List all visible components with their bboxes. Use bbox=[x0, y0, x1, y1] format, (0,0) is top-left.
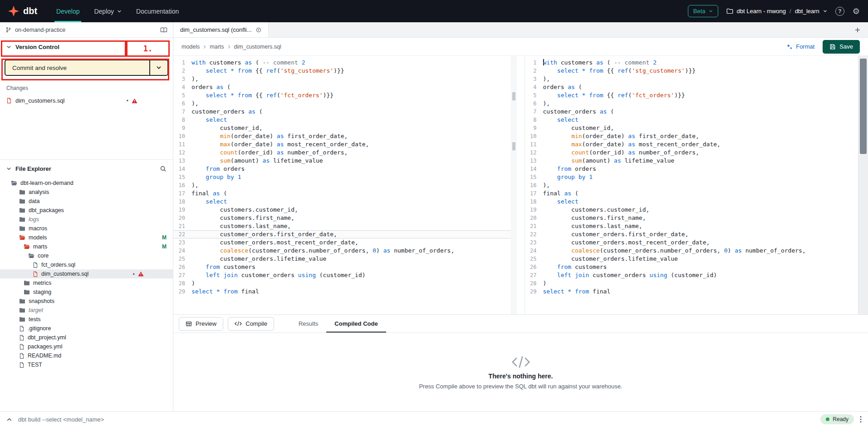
code-line-17[interactable]: 17final as ( bbox=[173, 189, 517, 198]
chevron-up-icon[interactable] bbox=[6, 417, 12, 422]
code-line-8[interactable]: 8 select bbox=[173, 116, 517, 124]
code-line-4[interactable]: 4orders as ( bbox=[525, 83, 868, 91]
tree-item-dbt-learn-on-demand[interactable]: dbt-learn-on-demand bbox=[0, 179, 173, 188]
code-line-16[interactable]: 16), bbox=[173, 181, 517, 189]
code-line-6[interactable]: 6), bbox=[525, 99, 868, 108]
commit-and-resolve-button[interactable]: Commit and resolve bbox=[5, 60, 168, 76]
code-line-13[interactable]: 13 sum(amount) as lifetime_value bbox=[173, 157, 517, 165]
code-line-25[interactable]: 25 customer_orders.lifetime_value bbox=[525, 255, 868, 263]
code-line-12[interactable]: 12 count(order_id) as number_of_orders, bbox=[173, 149, 517, 157]
tree-item-snapshots[interactable]: snapshots bbox=[0, 297, 173, 306]
dbt-logo-text[interactable]: dbt bbox=[23, 6, 37, 16]
kebab-menu-icon[interactable] bbox=[860, 416, 862, 423]
tab-dim-customers[interactable]: dim_customers.sql (confli... bbox=[173, 22, 269, 37]
tree-item-metrics[interactable]: metrics bbox=[0, 278, 173, 288]
code-line-16[interactable]: 16), bbox=[525, 181, 868, 189]
nav-develop[interactable]: Develop bbox=[49, 0, 87, 22]
changed-file-row[interactable]: dim_customers.sql • bbox=[6, 97, 167, 104]
code-line-28[interactable]: 28) bbox=[525, 279, 868, 288]
tree-item-core[interactable]: core bbox=[0, 251, 173, 260]
code-line-8[interactable]: 8 select bbox=[525, 116, 868, 124]
editor-right-scrollbar[interactable] bbox=[858, 56, 868, 314]
code-line-19[interactable]: 19 customers.customer_id, bbox=[525, 206, 868, 214]
code-line-20[interactable]: 20 customers.first_name, bbox=[525, 214, 868, 222]
format-button[interactable]: Format bbox=[786, 43, 814, 50]
code-line-1[interactable]: 1with customers as ( -- comment 2 bbox=[525, 59, 868, 67]
code-line-14[interactable]: 14 from orders bbox=[173, 165, 517, 173]
tree-item-dbt_packages[interactable]: dbt_packages bbox=[0, 206, 173, 215]
tab-compiled-code[interactable]: Compiled Code bbox=[326, 315, 386, 333]
tree-item-target[interactable]: target bbox=[0, 306, 173, 315]
code-line-26[interactable]: 26 from customers bbox=[525, 263, 868, 271]
code-line-29[interactable]: 29select * from final bbox=[525, 288, 868, 296]
editor-left-scrollbar[interactable] bbox=[511, 56, 517, 314]
commit-options-caret[interactable] bbox=[149, 60, 167, 75]
code-line-27[interactable]: 27 left join customer_orders using (cust… bbox=[525, 271, 868, 279]
tree-item-models[interactable]: modelsM bbox=[0, 233, 173, 242]
tree-item-.gitignore[interactable]: .gitignore bbox=[0, 324, 173, 333]
command-input[interactable]: dbt build --select <model_name> bbox=[18, 416, 104, 423]
code-line-20[interactable]: 20 customers.first_name, bbox=[173, 214, 517, 222]
editor-split-divider[interactable] bbox=[517, 56, 525, 314]
code-line-28[interactable]: 28) bbox=[173, 279, 517, 288]
code-line-14[interactable]: 14 from orders bbox=[525, 165, 868, 173]
code-line-13[interactable]: 13 sum(amount) as lifetime_value bbox=[525, 157, 868, 165]
account-switcher[interactable]: dbt Learn - mwong / dbt_learn bbox=[726, 8, 827, 15]
tree-item-macros[interactable]: macros bbox=[0, 224, 173, 233]
editor-left[interactable]: 1with customers as ( -- comment 22 selec… bbox=[173, 56, 517, 314]
code-line-25[interactable]: 25 customer_orders.lifetime_value bbox=[173, 255, 517, 263]
code-line-22[interactable]: 22 customer_orders.first_order_date, bbox=[525, 230, 868, 238]
tab-results[interactable]: Results bbox=[290, 315, 326, 333]
code-line-5[interactable]: 5 select * from {{ ref('fct_orders')}} bbox=[173, 91, 517, 99]
save-button[interactable]: Save bbox=[823, 40, 860, 54]
tree-item-logs[interactable]: logs bbox=[0, 215, 173, 224]
code-line-24[interactable]: 24 coalesce(customer_orders.number_of_or… bbox=[525, 247, 868, 255]
code-line-3[interactable]: 3), bbox=[525, 75, 868, 83]
code-line-2[interactable]: 2 select * from {{ ref('stg_customers')}… bbox=[173, 67, 517, 75]
preview-button[interactable]: Preview bbox=[179, 317, 223, 331]
code-line-9[interactable]: 9 customer_id, bbox=[525, 124, 868, 132]
code-line-17[interactable]: 17final as ( bbox=[525, 189, 868, 198]
editor-right[interactable]: 1with customers as ( -- comment 22 selec… bbox=[525, 56, 868, 314]
dbt-logo-icon[interactable] bbox=[8, 6, 19, 17]
tree-item-analysis[interactable]: analysis bbox=[0, 188, 173, 197]
tree-item-tests[interactable]: tests bbox=[0, 315, 173, 324]
code-line-27[interactable]: 27 left join customer_orders using (cust… bbox=[173, 271, 517, 279]
compile-button[interactable]: Compile bbox=[228, 317, 274, 331]
code-line-18[interactable]: 18 select bbox=[525, 198, 868, 206]
code-line-7[interactable]: 7customer_orders as ( bbox=[173, 108, 517, 116]
code-line-23[interactable]: 23 customer_orders.most_recent_order_dat… bbox=[173, 238, 517, 247]
tree-item-README.md[interactable]: README.md bbox=[0, 351, 173, 360]
nav-documentation[interactable]: Documentation bbox=[129, 0, 186, 22]
tab-conflict-icon[interactable] bbox=[256, 27, 261, 33]
breadcrumb-models[interactable]: models bbox=[181, 44, 200, 50]
code-line-12[interactable]: 12 count(order_id) as number_of_orders, bbox=[525, 149, 868, 157]
docs-book-icon[interactable] bbox=[160, 27, 167, 33]
code-line-24[interactable]: 24 coalesce(customer_orders.number_of_or… bbox=[173, 247, 517, 255]
code-line-18[interactable]: 18 select bbox=[173, 198, 517, 206]
code-line-3[interactable]: 3), bbox=[173, 75, 517, 83]
code-line-26[interactable]: 26 from customers bbox=[173, 263, 517, 271]
code-line-10[interactable]: 10 min(order_date) as first_order_date, bbox=[525, 132, 868, 140]
tree-item-marts[interactable]: martsM bbox=[0, 242, 173, 251]
tree-item-TEST[interactable]: TEST bbox=[0, 360, 173, 369]
settings-gear-icon[interactable]: ⚙ bbox=[853, 7, 860, 15]
code-line-23[interactable]: 23 customer_orders.most_recent_order_dat… bbox=[525, 238, 868, 247]
code-line-2[interactable]: 2 select * from {{ ref('stg_customers')}… bbox=[525, 67, 868, 75]
code-line-9[interactable]: 9 customer_id, bbox=[173, 124, 517, 132]
tree-item-dbt_project.yml[interactable]: dbt_project.yml bbox=[0, 333, 173, 342]
help-button[interactable]: ? bbox=[835, 7, 844, 16]
code-line-15[interactable]: 15 group by 1 bbox=[525, 173, 868, 181]
tree-item-dim_customers.sql[interactable]: dim_customers.sql• bbox=[0, 269, 173, 278]
code-line-5[interactable]: 5 select * from {{ ref('fct_orders')}} bbox=[525, 91, 868, 99]
code-line-22[interactable]: 22 customer_orders.first_order_date, bbox=[173, 230, 517, 238]
code-line-21[interactable]: 21 customers.last_name, bbox=[173, 222, 517, 230]
breadcrumb-marts[interactable]: marts bbox=[210, 44, 224, 50]
tree-item-fct_orders.sql[interactable]: fct_orders.sql bbox=[0, 260, 173, 269]
tree-item-data[interactable]: data bbox=[0, 197, 173, 206]
search-icon[interactable] bbox=[160, 165, 167, 172]
code-line-10[interactable]: 10 min(order_date) as first_order_date, bbox=[173, 132, 517, 140]
code-line-7[interactable]: 7customer_orders as ( bbox=[525, 108, 868, 116]
code-line-15[interactable]: 15 group by 1 bbox=[173, 173, 517, 181]
code-line-6[interactable]: 6), bbox=[173, 99, 517, 108]
